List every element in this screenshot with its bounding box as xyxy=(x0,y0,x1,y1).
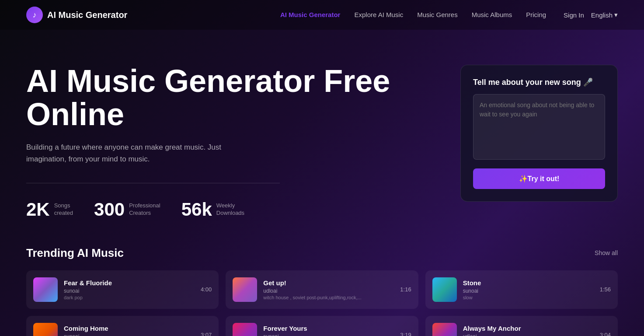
nav-link-genres[interactable]: Music Genres xyxy=(417,11,458,18)
hero-divider xyxy=(26,183,280,183)
stat-songs-label: Songs created xyxy=(54,202,73,217)
nav-right: Sign In English ▾ xyxy=(564,11,618,19)
hero-left: AI Music Generator Free Online Building … xyxy=(26,65,434,220)
nav-link-albums[interactable]: Music Albums xyxy=(472,11,512,18)
nav-link-explore[interactable]: Explore AI Music xyxy=(354,11,403,18)
music-name: Stone xyxy=(463,279,594,287)
music-card[interactable]: Stone sunoai slow 1:56 xyxy=(425,270,618,309)
music-name: Coming Home xyxy=(64,325,195,332)
stat-creators-label: Professional Creators xyxy=(129,202,160,217)
trending-section: Trending AI Music Show all Fear & Fluori… xyxy=(0,246,644,336)
music-grid: Fear & Fluoride sunoai dark pop 4:00 Get… xyxy=(26,270,618,336)
language-selector[interactable]: English ▾ xyxy=(591,11,618,19)
music-thumbnail xyxy=(233,277,257,302)
logo-text: AI Music Generator xyxy=(47,10,127,20)
music-thumbnail xyxy=(233,323,257,336)
music-info: Fear & Fluoride sunoai dark pop xyxy=(64,279,195,300)
music-info: Get up! udloai witch house , soviet post… xyxy=(263,279,394,300)
hero-subtitle: Building a future where anyone can make … xyxy=(26,141,245,165)
music-genre: dark pop xyxy=(64,295,195,300)
music-artist: udloai xyxy=(463,333,594,336)
nav-link-pricing[interactable]: Pricing xyxy=(526,11,546,18)
music-card[interactable]: Always My Anchor udloai piano-driven pop… xyxy=(425,316,618,336)
music-name: Fear & Fluoride xyxy=(64,279,195,287)
language-label: English xyxy=(591,11,613,19)
music-artist: sunoai xyxy=(463,288,594,294)
stats-row: 2K Songs created 300 Professional Creato… xyxy=(26,199,434,220)
music-info: Always My Anchor udloai piano-driven pop… xyxy=(463,325,594,336)
nav-links: AI Music Generator Explore AI Music Musi… xyxy=(280,11,546,19)
music-card[interactable]: Fear & Fluoride sunoai dark pop 4:00 xyxy=(26,270,219,309)
hero-section: AI Music Generator Free Online Building … xyxy=(0,30,644,246)
music-info: Coming Home sunoai rhythmic pop xyxy=(64,325,195,336)
trending-title: Trending AI Music xyxy=(26,246,124,260)
nav-link-ai-music-generator[interactable]: AI Music Generator xyxy=(280,11,341,18)
hero-title: AI Music Generator Free Online xyxy=(26,65,434,131)
card-title: Tell me about your new song 🎤 xyxy=(473,77,605,87)
music-duration: 4:00 xyxy=(201,286,212,293)
music-info: Stone sunoai slow xyxy=(463,279,594,300)
music-thumbnail xyxy=(33,323,58,336)
music-card[interactable]: Coming Home sunoai rhythmic pop 3:07 xyxy=(26,316,219,336)
music-genre: witch house , soviet post-punk,uplifting… xyxy=(263,295,394,300)
song-generator-card: Tell me about your new song 🎤 ✨Try it ou… xyxy=(460,65,618,202)
music-duration: 1:16 xyxy=(400,286,411,293)
nav-logo[interactable]: ♪ AI Music Generator xyxy=(26,7,127,23)
navbar: ♪ AI Music Generator AI Music Generator … xyxy=(0,0,644,30)
stat-songs-number: 2K xyxy=(26,199,50,220)
music-thumbnail xyxy=(33,277,58,302)
logo-icon: ♪ xyxy=(26,7,43,23)
music-artist: udloai xyxy=(263,288,394,294)
stat-downloads-number: 56k xyxy=(181,199,212,220)
music-genre: slow xyxy=(463,295,594,300)
music-info: Forever Yours sunoai acoustic pop xyxy=(263,325,394,336)
chevron-down-icon: ▾ xyxy=(614,11,618,19)
sign-in-link[interactable]: Sign In xyxy=(564,11,584,19)
music-duration: 3:04 xyxy=(600,332,611,336)
stat-creators-number: 300 xyxy=(94,199,125,220)
music-card[interactable]: Get up! udloai witch house , soviet post… xyxy=(226,270,418,309)
stat-downloads: 56k Weekly Downloads xyxy=(181,199,244,220)
music-artist: sunoai xyxy=(263,333,394,336)
stat-downloads-label: Weekly Downloads xyxy=(216,202,244,217)
music-name: Forever Yours xyxy=(263,325,394,332)
song-description-input[interactable] xyxy=(473,94,605,160)
music-name: Get up! xyxy=(263,279,394,287)
music-thumbnail xyxy=(432,323,457,336)
trending-header: Trending AI Music Show all xyxy=(26,246,618,260)
music-duration: 1:56 xyxy=(600,286,611,293)
music-name: Always My Anchor xyxy=(463,325,594,332)
try-it-out-button[interactable]: ✨Try it out! xyxy=(473,168,605,189)
stat-songs: 2K Songs created xyxy=(26,199,73,220)
music-artist: sunoai xyxy=(64,333,195,336)
music-duration: 3:19 xyxy=(400,332,411,336)
show-all-link[interactable]: Show all xyxy=(595,249,618,256)
music-artist: sunoai xyxy=(64,288,195,294)
music-card[interactable]: Forever Yours sunoai acoustic pop 3:19 xyxy=(226,316,418,336)
stat-creators: 300 Professional Creators xyxy=(94,199,160,220)
music-duration: 3:07 xyxy=(201,332,212,336)
music-thumbnail xyxy=(432,277,457,302)
